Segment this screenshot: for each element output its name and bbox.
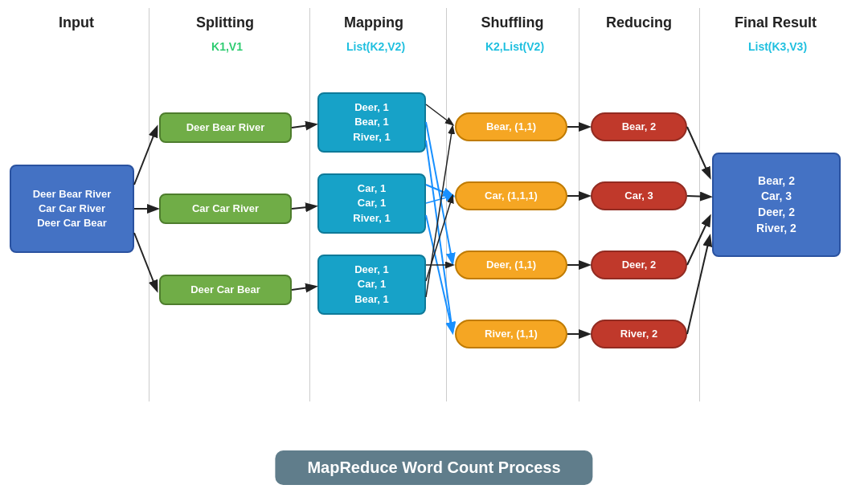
header-reducing: Reducing xyxy=(587,14,691,31)
svg-line-0 xyxy=(134,128,157,185)
sublabel-mapping: List(K2,V2) xyxy=(317,40,434,53)
svg-line-2 xyxy=(134,233,157,290)
svg-line-7 xyxy=(426,122,452,263)
reduce-box-4: River, 2 xyxy=(591,320,687,348)
svg-line-8 xyxy=(426,141,452,332)
divider-5 xyxy=(699,8,700,401)
sublabel-final: List(K3,V3) xyxy=(711,40,844,53)
svg-line-5 xyxy=(292,287,315,290)
divider-2 xyxy=(309,8,310,401)
svg-line-6 xyxy=(426,104,452,124)
header-splitting: Splitting xyxy=(157,14,293,31)
map-box-1: Deer, 1 Bear, 1 River, 1 xyxy=(317,92,426,153)
split-box-3: Deer Car Bear xyxy=(159,275,292,305)
split-box-1: Deer Bear River xyxy=(159,112,292,143)
divider-4 xyxy=(579,8,579,401)
reduce-box-1: Bear, 2 xyxy=(591,112,687,141)
input-box: Deer Bear River Car Car River Deer Car B… xyxy=(10,165,134,253)
reduce-box-3: Deer, 2 xyxy=(591,251,687,279)
svg-line-20 xyxy=(687,196,710,197)
divider-1 xyxy=(149,8,149,401)
svg-line-21 xyxy=(687,217,710,265)
map-box-2: Car, 1 Car, 1 River, 1 xyxy=(317,173,426,234)
bottom-label: MapReduce Word Count Process xyxy=(275,450,592,485)
svg-line-19 xyxy=(687,127,710,177)
svg-line-22 xyxy=(687,237,710,334)
header-input: Input xyxy=(16,14,137,31)
shuffle-box-2: Car, (1,1,1) xyxy=(455,181,567,210)
header-mapping: Mapping xyxy=(313,14,434,31)
shuffle-box-1: Bear, (1,1) xyxy=(455,112,567,141)
svg-line-10 xyxy=(426,196,452,203)
split-box-2: Car Car River xyxy=(159,194,292,224)
svg-line-3 xyxy=(292,124,315,128)
svg-line-4 xyxy=(292,206,315,209)
diagram: Input Splitting Mapping Shuffling Reduci… xyxy=(0,0,868,450)
svg-line-9 xyxy=(426,185,452,196)
header-shuffling: Shuffling xyxy=(454,14,571,31)
map-box-3: Deer, 1 Car, 1 Bear, 1 xyxy=(317,255,426,315)
shuffle-box-4: River, (1,1) xyxy=(455,320,567,348)
sublabel-shuffling: K2,List(V2) xyxy=(457,40,573,53)
shuffle-box-3: Deer, (1,1) xyxy=(455,251,567,279)
header-final: Final Result xyxy=(707,14,844,31)
svg-line-14 xyxy=(426,127,452,297)
svg-line-13 xyxy=(426,196,452,281)
svg-line-11 xyxy=(426,215,452,332)
final-box: Bear, 2 Car, 3 Deer, 2 River, 2 xyxy=(712,153,841,257)
reduce-box-2: Car, 3 xyxy=(591,181,687,210)
sublabel-splitting: K1,V1 xyxy=(161,40,293,53)
divider-3 xyxy=(446,8,447,401)
